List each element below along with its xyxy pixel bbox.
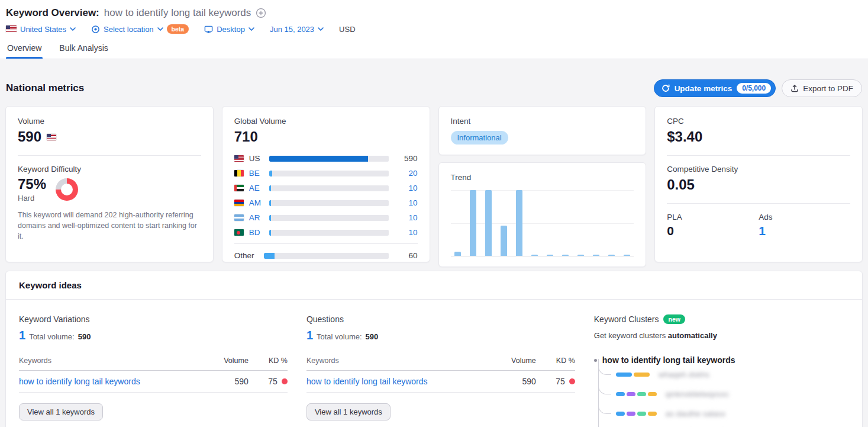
blurred-keyword-text: qmknxklielwqxsxc — [666, 390, 729, 399]
cluster-child-row[interactable]: whaqeh dskhs — [598, 365, 849, 384]
cluster-root[interactable]: how to identify long tail keywords — [594, 355, 849, 365]
tab-overview[interactable]: Overview — [6, 43, 43, 59]
divider — [667, 203, 850, 204]
other-value: 60 — [394, 251, 418, 260]
volume-value: 590 — [394, 154, 418, 163]
chevron-down-icon — [249, 27, 254, 31]
volume-value[interactable]: 10 — [394, 184, 418, 192]
column-volume[interactable]: Volume — [212, 357, 249, 365]
cluster-child-row[interactable]: qmknxklielwqxsxc — [598, 384, 849, 404]
global-volume-row: BD10 — [234, 225, 418, 240]
page-keyword: how to identify long tail keywords — [104, 7, 251, 19]
volume-bar-track — [269, 171, 389, 176]
global-volume-rows: US590BE20AE10AM10AR10BD10 — [234, 151, 418, 240]
volume-label: Volume — [18, 117, 201, 126]
global-volume-row: AM10 — [234, 195, 418, 210]
clusters-subtitle: Get keyword clusters automatically — [594, 331, 849, 340]
keyword-volume: 590 — [212, 377, 249, 386]
cluster-tree: how to identify long tail keywords whaqe… — [594, 355, 849, 427]
cluster-segment-blue — [616, 392, 625, 396]
variations-title: Keyword Variations — [19, 314, 288, 324]
trend-bar — [454, 252, 461, 256]
volume-value[interactable]: 10 — [394, 198, 418, 207]
date-selector[interactable]: Jun 15, 2023 — [270, 25, 324, 34]
device-selector[interactable]: Desktop — [204, 25, 254, 34]
blurred-keyword-text: as dauthe salasx — [666, 409, 725, 418]
global-volume-row: AE10 — [234, 181, 418, 195]
keyword-link[interactable]: how to identify long tail keywords — [19, 377, 212, 386]
variations-count: 1 — [19, 329, 25, 342]
update-metrics-button[interactable]: Update metrics 0/5,000 — [654, 79, 776, 97]
ads-value[interactable]: 1 — [759, 224, 850, 238]
volume-value[interactable]: 20 — [394, 169, 418, 178]
cpc-value: $3.40 — [667, 129, 850, 145]
cluster-child-row[interactable]: aews serkuesaxxd — [598, 423, 849, 427]
country-code[interactable]: AE — [249, 184, 264, 192]
kd-dot-icon — [282, 378, 288, 384]
keyword-ideas-grid: Keyword Variations 1 Total volume: 590 K… — [6, 300, 862, 427]
global-volume-row: AR10 — [234, 210, 418, 225]
page-title: Keyword Overview: — [6, 7, 99, 19]
title-row: Keyword Overview: how to identify long t… — [6, 7, 862, 19]
questions-view-all-button[interactable]: View all 1 keywords — [306, 403, 391, 420]
country-code[interactable]: AR — [249, 213, 264, 222]
country-code[interactable]: AM — [249, 198, 264, 207]
refresh-icon — [662, 84, 670, 92]
keyword-difficulty-level: Hard — [18, 194, 46, 203]
country-selector[interactable]: United States — [6, 25, 76, 34]
cluster-segment-green — [637, 412, 646, 416]
intent-badge[interactable]: Informational — [451, 131, 508, 145]
volume-value[interactable]: 10 — [394, 228, 418, 237]
volume-value-row: 590 — [18, 129, 201, 145]
column-kd[interactable]: KD % — [536, 357, 575, 365]
cluster-segment-yellow — [648, 392, 657, 396]
ads-label: Ads — [759, 213, 850, 221]
ar-flag-icon — [234, 214, 244, 221]
location-selector[interactable]: Select location beta — [91, 24, 189, 34]
pla-ads-row: PLA 0 Ads 1 — [667, 213, 850, 238]
us-flag-icon — [234, 155, 244, 162]
variations-rows: how to identify long tail keywords59075 — [19, 371, 288, 393]
column-volume[interactable]: Volume — [499, 357, 536, 365]
clusters-title-row: Keyword Clusters new — [594, 314, 849, 324]
head-actions: Update metrics 0/5,000 Export to PDF — [654, 79, 862, 97]
total-volume-label: Total volume: — [29, 332, 75, 341]
volume-value[interactable]: 10 — [394, 213, 418, 222]
variations-count-row: 1 Total volume: 590 — [19, 329, 288, 342]
column-keywords[interactable]: Keywords — [306, 357, 499, 365]
total-volume-value: 590 — [366, 332, 379, 341]
ads-block: Ads 1 — [759, 213, 850, 238]
column-kd[interactable]: KD % — [249, 357, 288, 365]
keyword-link[interactable]: how to identify long tail keywords — [306, 377, 499, 386]
tab-bulk-analysis[interactable]: Bulk Analysis — [58, 43, 109, 59]
clusters-subtitle-prefix: Get keyword clusters — [594, 331, 668, 340]
pla-value: 0 — [667, 224, 759, 238]
bullet-icon — [594, 359, 597, 362]
other-label: Other — [234, 251, 259, 260]
page-content: National metrics Update metrics 0/5,000 … — [0, 79, 868, 427]
volume-bar-fill — [269, 230, 271, 236]
keyword-difficulty-description: This keyword will demand 202 high-author… — [18, 210, 201, 242]
clusters-title: Keyword Clusters — [594, 314, 659, 324]
column-keywords[interactable]: Keywords — [19, 357, 212, 365]
export-pdf-label: Export to PDF — [803, 84, 853, 93]
variations-view-all-button[interactable]: View all 1 keywords — [19, 403, 103, 420]
pla-block: PLA 0 — [667, 213, 759, 238]
cpc-card: CPC $3.40 Competitive Density 0.05 PLA 0… — [654, 106, 863, 262]
chevron-down-icon — [318, 27, 324, 31]
volume-bar-fill — [269, 185, 271, 191]
plus-circle-icon[interactable] — [256, 8, 266, 18]
country-code[interactable]: BD — [249, 228, 264, 237]
national-metrics-head: National metrics Update metrics 0/5,000 … — [6, 79, 862, 97]
questions-title: Questions — [306, 314, 575, 324]
keyword-kd: 75 — [536, 377, 575, 386]
keyword-ideas-heading: Keyword ideas — [6, 271, 862, 300]
cluster-child-row[interactable]: as dauthe salasx — [598, 404, 849, 423]
trend-label: Trend — [451, 173, 634, 182]
export-pdf-button[interactable]: Export to PDF — [782, 79, 862, 97]
selector-row: United States Select location beta Deskt… — [6, 24, 862, 34]
am-flag-icon — [234, 200, 244, 206]
ae-flag-icon — [234, 185, 244, 191]
us-flag-icon — [47, 134, 56, 140]
country-code[interactable]: BE — [249, 169, 264, 178]
